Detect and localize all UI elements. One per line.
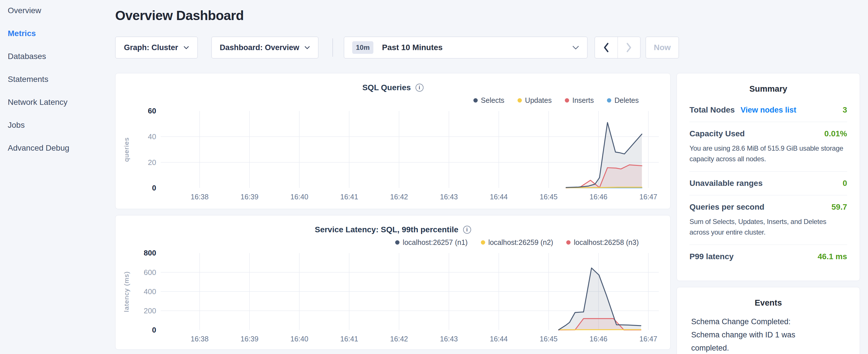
summary-row: Total NodesView nodes list3 — [689, 98, 847, 122]
x-tick-label: 16:42 — [390, 193, 408, 201]
summary-row-header: Capacity Used0.01% — [689, 129, 847, 138]
prev-time-button[interactable] — [595, 37, 618, 58]
summary-row-value: 59.7 — [832, 202, 847, 212]
x-tick-label: 16:45 — [539, 193, 557, 201]
summary-row-label: Queries per second — [689, 202, 764, 212]
x-tick-label: 16:43 — [440, 335, 458, 343]
x-tick-label: 16:45 — [539, 335, 557, 343]
x-tick-label: 16:44 — [490, 335, 508, 343]
sidebar-item-statements[interactable]: Statements — [8, 74, 69, 85]
x-tick-label: 16:39 — [241, 335, 258, 343]
summary-row: Unavailable ranges0 — [689, 171, 847, 195]
service-latency-plot[interactable]: 16:3816:3916:4016:4116:4216:4316:4416:45… — [116, 215, 670, 349]
summary-row-value: 0.01% — [825, 129, 847, 138]
chevron-down-icon — [304, 46, 310, 49]
x-tick-label: 16:43 — [440, 193, 458, 201]
y-tick-label: 20 — [148, 158, 156, 166]
sidebar-item-advanced-debug[interactable]: Advanced Debug — [8, 142, 69, 154]
events-title: Events — [691, 298, 845, 308]
y-tick-label: 800 — [144, 249, 156, 257]
summary-row-header: Queries per second59.7 — [689, 202, 847, 212]
y-tick-label: 200 — [144, 307, 156, 315]
summary-row: Queries per second59.7Sum of Selects, Up… — [689, 195, 847, 245]
graph-dropdown[interactable]: Graph: Cluster — [115, 37, 198, 58]
x-tick-label: 16:38 — [191, 193, 208, 201]
service-latency-chart-card: Service Latency: SQL, 99th percentile i … — [115, 215, 671, 350]
sql-queries-plot[interactable]: 16:3816:3916:4016:4116:4216:4316:4416:45… — [116, 73, 670, 209]
y-axis-title: latency (ms) — [123, 271, 130, 312]
y-tick-label: 600 — [144, 268, 156, 277]
dashboard-dropdown[interactable]: Dashboard: Overview — [212, 37, 318, 58]
summary-row-value: 3 — [842, 105, 847, 115]
sidebar-item-metrics[interactable]: Metrics — [8, 28, 69, 39]
summary-row-value: 46.1 ms — [817, 252, 847, 261]
graph-dropdown-label: Graph: Cluster — [124, 43, 178, 52]
time-pager — [595, 37, 641, 58]
toolbar-divider — [333, 38, 333, 57]
x-tick-label: 16:39 — [241, 193, 258, 201]
summary-row-value: 0 — [842, 179, 847, 188]
summary-title: Summary — [689, 84, 847, 94]
sidebar: OverviewMetricsDatabasesStatementsNetwor… — [8, 5, 69, 154]
time-range-selector[interactable]: 10m Past 10 Minutes — [344, 37, 587, 58]
next-time-button[interactable] — [618, 37, 641, 58]
x-tick-label: 16:46 — [589, 335, 607, 343]
y-tick-label: 40 — [148, 133, 156, 141]
now-button[interactable]: Now — [646, 37, 679, 58]
y-tick-label: 60 — [148, 107, 156, 115]
x-tick-label: 16:40 — [290, 193, 308, 201]
x-tick-label: 16:47 — [639, 193, 657, 201]
chevron-down-icon — [183, 46, 189, 49]
time-range-label: Past 10 Minutes — [382, 43, 443, 52]
x-tick-label: 16:44 — [490, 193, 508, 201]
y-tick-label: 0 — [152, 326, 156, 334]
summary-row-label: Total Nodes — [689, 105, 735, 115]
chevron-right-icon — [626, 42, 632, 53]
summary-panel: Summary Total NodesView nodes list3Capac… — [677, 73, 860, 281]
summary-row-header: Total NodesView nodes list3 — [689, 105, 847, 115]
events-panel: Events Schema Change Completed: Schema c… — [677, 287, 860, 354]
x-tick-label: 16:47 — [639, 335, 657, 343]
y-tick-label: 400 — [144, 288, 156, 296]
chevron-left-icon — [602, 42, 610, 53]
chevron-down-icon — [572, 45, 579, 50]
page-title: Overview Dashboard — [115, 7, 244, 24]
x-tick-label: 16:41 — [340, 193, 358, 201]
view-nodes-link[interactable]: View nodes list — [741, 106, 796, 115]
summary-row-description: Sum of Selects, Updates, Inserts, and De… — [689, 216, 847, 237]
y-tick-label: 0 — [152, 184, 156, 192]
sidebar-item-overview[interactable]: Overview — [8, 5, 69, 16]
y-axis-title: queries — [123, 137, 130, 162]
summary-row-label: P99 latency — [689, 252, 734, 261]
event-message: Schema Change Completed: Schema change w… — [691, 315, 817, 354]
summary-row-label: Unavailable ranges — [689, 179, 763, 188]
x-tick-label: 16:40 — [290, 335, 308, 343]
x-tick-label: 16:38 — [191, 335, 208, 343]
time-window-badge: 10m — [352, 41, 373, 54]
summary-row: Capacity Used0.01%You are using 28.6 MiB… — [689, 122, 847, 171]
summary-row: P99 latency46.1 ms — [689, 245, 847, 268]
summary-row-label: Capacity Used — [689, 129, 745, 138]
x-tick-label: 16:46 — [589, 193, 607, 201]
x-tick-label: 16:41 — [340, 335, 358, 343]
sidebar-item-network-latency[interactable]: Network Latency — [8, 97, 69, 108]
sidebar-item-jobs[interactable]: Jobs — [8, 120, 69, 131]
dashboard-dropdown-label: Dashboard: Overview — [220, 43, 300, 52]
sidebar-item-databases[interactable]: Databases — [8, 51, 69, 62]
summary-row-header: P99 latency46.1 ms — [689, 252, 847, 261]
summary-row-description: You are using 28.6 MiB of 515.9 GiB usab… — [689, 143, 847, 164]
summary-row-header: Unavailable ranges0 — [689, 179, 847, 188]
sql-queries-chart-card: SQL Queries i SelectsUpdatesInsertsDelet… — [115, 73, 671, 209]
x-tick-label: 16:42 — [390, 335, 408, 343]
